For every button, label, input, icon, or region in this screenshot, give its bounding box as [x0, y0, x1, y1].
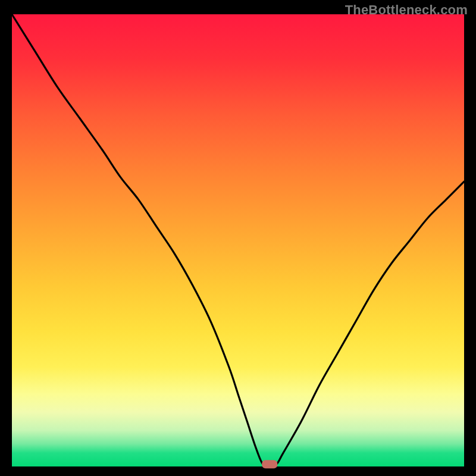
valley-minimum-marker-icon: [262, 460, 277, 468]
bottleneck-curve-path: [12, 14, 464, 465]
curve-svg: [12, 14, 464, 466]
plot-area: [12, 14, 464, 466]
chart-frame: TheBottleneck.com: [0, 0, 476, 476]
